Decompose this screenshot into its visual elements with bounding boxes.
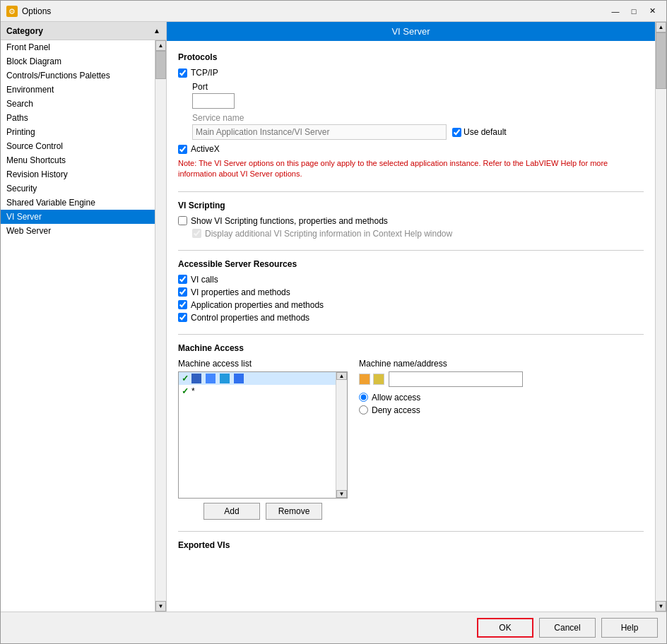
color-block-1 xyxy=(191,374,201,383)
machine-list-inner: ✓ ✓ * xyxy=(179,372,336,498)
sidebar-item-vi-server[interactable]: VI Server xyxy=(1,210,155,224)
minimize-button[interactable]: — xyxy=(607,4,624,18)
sidebar-item-block-diagram[interactable]: Block Diagram xyxy=(1,54,155,68)
display-additional-label: Display additional VI Scripting informat… xyxy=(205,229,452,239)
use-default-row: Use default xyxy=(452,127,507,137)
use-default-label: Use default xyxy=(464,127,507,137)
sidebar-scroll: Front PanelBlock DiagramControls/Functio… xyxy=(1,40,155,612)
color-block-4 xyxy=(234,374,244,383)
sidebar-item-revision-history[interactable]: Revision History xyxy=(1,167,155,181)
main-scroll-up[interactable]: ▲ xyxy=(656,22,666,32)
show-vi-scripting-label: Show VI Scripting functions, properties … xyxy=(191,216,388,226)
divider-1 xyxy=(178,191,644,192)
titlebar: ⚙ Options — □ ✕ xyxy=(1,1,666,22)
scroll-thumb[interactable] xyxy=(155,51,166,79)
port-field: Port 3366 xyxy=(192,82,644,109)
port-input[interactable]: 3366 xyxy=(192,93,235,109)
window-icon: ⚙ xyxy=(6,6,18,17)
bottom-bar: OK Cancel Help xyxy=(1,612,666,643)
vi-properties-row: VI properties and methods xyxy=(178,287,644,297)
service-name-row: Service name Use default xyxy=(192,113,644,140)
help-button[interactable]: Help xyxy=(601,618,658,638)
sidebar-item-controls-functions-palettes[interactable]: Controls/Functions Palettes xyxy=(1,68,155,83)
divider-4 xyxy=(178,531,644,532)
vi-properties-checkbox[interactable] xyxy=(178,287,187,297)
sidebar-scrollbar[interactable]: ▲ ▼ xyxy=(155,40,166,612)
control-properties-row: Control properties and methods xyxy=(178,313,644,323)
list-scroll-up[interactable]: ▲ xyxy=(336,372,347,380)
sidebar-item-front-panel[interactable]: Front Panel xyxy=(1,40,155,54)
exported-vls-title: Exported VIs xyxy=(178,540,644,550)
app-properties-checkbox[interactable] xyxy=(178,300,187,309)
machine-access-section: Machine Access Machine access list ✓ xyxy=(178,343,644,520)
machine-access-title: Machine Access xyxy=(178,343,644,353)
sidebar-item-shared-variable-engine[interactable]: Shared Variable Engine xyxy=(1,196,155,210)
maximize-button[interactable]: □ xyxy=(625,4,642,18)
control-properties-checkbox[interactable] xyxy=(178,313,187,322)
sidebar-item-printing[interactable]: Printing xyxy=(1,125,155,139)
color-block-2 xyxy=(206,374,216,383)
allow-access-radio[interactable] xyxy=(359,393,368,402)
ok-button[interactable]: OK xyxy=(477,618,533,638)
sidebar-scroll-wrapper: Front PanelBlock DiagramControls/Functio… xyxy=(1,40,166,612)
display-additional-checkbox[interactable] xyxy=(192,229,201,238)
service-name-label: Service name xyxy=(192,113,644,123)
color-block-3 xyxy=(220,374,230,383)
add-button[interactable]: Add xyxy=(203,503,260,520)
display-additional-row: Display additional VI Scripting informat… xyxy=(192,229,644,239)
main-scrollbar[interactable]: ▲ ▼ xyxy=(655,22,666,612)
sidebar-item-menu-shortcuts[interactable]: Menu Shortcuts xyxy=(1,153,155,167)
sidebar-item-security[interactable]: Security xyxy=(1,181,155,196)
main-scroll-down[interactable]: ▼ xyxy=(656,601,666,612)
vi-properties-label: VI properties and methods xyxy=(191,287,290,297)
tcpip-checkbox[interactable] xyxy=(178,68,187,78)
sidebar-header-label: Category xyxy=(6,26,43,36)
list-item[interactable]: ✓ xyxy=(179,372,336,385)
list-item-2[interactable]: ✓ * xyxy=(179,385,336,398)
scroll-ctrl: ▲ ▼ xyxy=(336,372,347,498)
vi-calls-checkbox[interactable] xyxy=(178,275,187,284)
sidebar-item-source-control[interactable]: Source Control xyxy=(1,139,155,153)
sidebar-item-environment[interactable]: Environment xyxy=(1,83,155,97)
scroll-down-arrow[interactable]: ▼ xyxy=(155,601,166,612)
machine-list-section: Machine access list ✓ xyxy=(178,359,348,520)
close-button[interactable]: ✕ xyxy=(644,4,661,18)
sidebar-item-paths[interactable]: Paths xyxy=(1,111,155,125)
remove-button[interactable]: Remove xyxy=(266,503,322,520)
allow-access-label: Allow access xyxy=(372,393,420,402)
service-name-input[interactable] xyxy=(192,124,447,140)
app-properties-label: Application properties and methods xyxy=(191,300,324,310)
scroll-up-arrow[interactable]: ▲ xyxy=(155,40,166,51)
main-content: VI Server Protocols TCP/IP Port 3366 Ser… xyxy=(167,22,655,612)
machine-name-input[interactable] xyxy=(389,371,523,387)
vi-calls-label: VI calls xyxy=(191,275,218,285)
note-text: Note: The VI Server options on this page… xyxy=(178,158,644,180)
app-properties-row: Application properties and methods xyxy=(178,300,644,310)
machine-list-box[interactable]: ✓ ✓ * xyxy=(178,371,348,499)
machine-name-section: Machine name/address Allow access xyxy=(359,359,523,520)
protocols-section: Protocols TCP/IP Port 3366 Service name xyxy=(178,52,644,180)
machine-name-input-row xyxy=(359,371,523,387)
sidebar-item-web-server[interactable]: Web Server xyxy=(1,224,155,238)
show-vi-scripting-checkbox[interactable] xyxy=(178,216,187,225)
sidebar-item-search[interactable]: Search xyxy=(1,97,155,111)
main-scroll-thumb[interactable] xyxy=(656,32,666,89)
wildcard-label: * xyxy=(191,386,195,396)
activex-checkbox[interactable] xyxy=(178,145,187,154)
accessible-server-section: Accessible Server Resources VI calls VI … xyxy=(178,259,644,323)
main-scroll-track xyxy=(656,32,666,601)
vi-calls-row: VI calls xyxy=(178,275,644,285)
cancel-button[interactable]: Cancel xyxy=(539,618,596,638)
deny-access-row: Deny access xyxy=(359,405,523,415)
color-indicator-1 xyxy=(359,374,370,385)
content-body: Protocols TCP/IP Port 3366 Service name xyxy=(167,41,655,612)
deny-access-radio[interactable] xyxy=(359,405,368,415)
content-header: VI Server xyxy=(167,22,655,41)
list-scroll-down[interactable]: ▼ xyxy=(336,490,347,498)
machine-list-scrollbar[interactable]: ▲ ▼ xyxy=(336,372,347,498)
use-default-checkbox[interactable] xyxy=(452,128,461,137)
vi-scripting-title: VI Scripting xyxy=(178,201,644,210)
sidebar-arrow-up[interactable]: ▲ xyxy=(153,27,160,35)
vi-scripting-section: VI Scripting Show VI Scripting functions… xyxy=(178,201,644,239)
svg-text:⚙: ⚙ xyxy=(8,7,16,16)
